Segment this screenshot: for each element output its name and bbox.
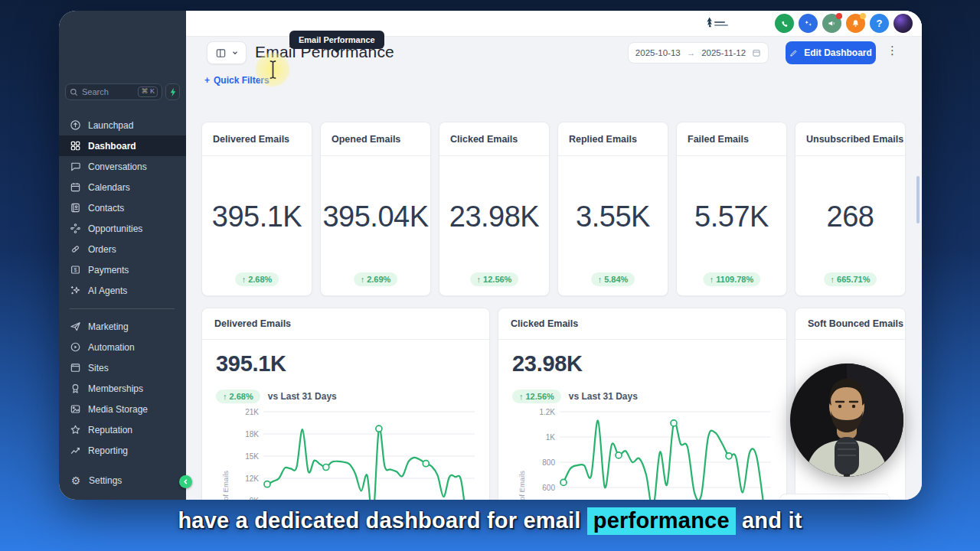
bell-icon xyxy=(851,18,861,28)
phone-button[interactable] xyxy=(775,14,794,33)
question-mark-icon: ? xyxy=(877,18,883,29)
svg-text:12K: 12K xyxy=(245,474,259,483)
metric-value: 5.57K xyxy=(677,201,786,233)
webcam-overlay xyxy=(790,364,903,477)
sidebar-item-reputation[interactable]: Reputation xyxy=(59,419,186,440)
metric-value: 3.55K xyxy=(558,201,668,233)
pencil-icon xyxy=(789,48,799,57)
sidebar-item-settings[interactable]: ⚙ Settings xyxy=(59,470,186,491)
sidebar-collapse-button[interactable] xyxy=(179,475,192,488)
metric-card-delivered: Delivered Emails 395.1K ↑2.68% xyxy=(201,122,312,296)
presenter-video xyxy=(790,364,903,477)
svg-text:21K: 21K xyxy=(245,408,259,416)
orders-pill-icon xyxy=(70,243,81,255)
delta-badge: ↑665.71% xyxy=(824,272,877,286)
sidebar-item-ai-agents[interactable]: AI Agents xyxy=(59,280,186,301)
avatar[interactable] xyxy=(893,14,913,33)
line-chart-delivered: 21K18K15K12K9KCount of Emails xyxy=(205,406,482,500)
sidebar-item-contacts[interactable]: Contacts xyxy=(59,197,186,218)
sidebar-item-calendars[interactable]: Calendars xyxy=(59,177,186,197)
metric-card-unsubscribed: Unsubscribed Emails 268 ↑665.71% xyxy=(795,122,906,296)
metric-card-clicked: Clicked Emails 23.98K ↑12.56% xyxy=(439,122,550,296)
star-icon xyxy=(70,424,81,435)
sidebar-nav: Launchpad Dashboard Conversations Calend… xyxy=(59,115,186,461)
video-caption: have a dedicated dashboard for email per… xyxy=(0,508,980,533)
sidebar-item-reporting[interactable]: Reporting xyxy=(59,440,186,461)
sidebar-item-marketing[interactable]: Marketing xyxy=(59,316,186,337)
ai-agents-icon xyxy=(70,285,81,296)
chart-value: 23.98K xyxy=(512,351,583,377)
svg-text:$: $ xyxy=(74,267,77,272)
trend-icon xyxy=(70,445,81,456)
notification-dot-amber xyxy=(860,13,866,19)
svg-text:9K: 9K xyxy=(250,497,260,500)
sidebar-item-orders[interactable]: Orders xyxy=(59,239,186,259)
metric-value: 268 xyxy=(795,201,905,233)
automation-icon xyxy=(70,341,81,353)
search-shortcut: ⌘ K xyxy=(138,86,158,97)
quick-actions-button[interactable] xyxy=(165,83,180,100)
sidebar-item-opportunities[interactable]: Opportunities xyxy=(59,218,186,239)
chat-bubble-icon xyxy=(70,161,81,172)
svg-text:18K: 18K xyxy=(245,430,259,439)
compare-label: vs Last 31 Days xyxy=(268,391,337,402)
calendar-icon xyxy=(70,181,81,193)
sidebar-item-automation[interactable]: Automation xyxy=(59,337,186,357)
dashboard-layout-button[interactable] xyxy=(207,41,247,64)
date-end: 2025-11-12 xyxy=(701,48,746,57)
notification-dot-red xyxy=(836,13,842,19)
sidebar-item-dashboard[interactable]: Dashboard xyxy=(59,135,186,156)
svg-text:Count of Emails: Count of Emails xyxy=(221,471,230,500)
chevron-left-icon xyxy=(183,479,188,484)
paper-plane-icon xyxy=(70,321,81,332)
metric-cards-row: Delivered Emails 395.1K ↑2.68% Opened Em… xyxy=(201,122,906,296)
arrow-right-icon: → xyxy=(687,48,696,57)
sidebar-item-conversations[interactable]: Conversations xyxy=(59,156,186,177)
delta-badge: ↑5.84% xyxy=(591,272,635,286)
launchpad-icon xyxy=(70,119,81,131)
metric-value: 395.04K xyxy=(321,201,430,233)
browser-icon xyxy=(70,362,81,373)
metric-card-failed: Failed Emails 5.57K ↑1109.78% xyxy=(676,122,787,296)
phone-icon xyxy=(780,19,789,28)
calendar-icon xyxy=(752,48,761,57)
date-range-picker[interactable]: 2025-10-13 → 2025-11-12 xyxy=(628,42,769,64)
delta-badge: ↑12.56% xyxy=(512,390,561,403)
announcements-button[interactable] xyxy=(822,14,841,33)
dashboard-icon xyxy=(70,140,81,152)
search-input[interactable]: Search ⌘ K xyxy=(65,83,162,100)
more-options-button[interactable]: ⋮ xyxy=(887,44,897,57)
delta-badge: ↑2.69% xyxy=(354,272,398,286)
image-icon xyxy=(70,403,81,415)
medal-icon xyxy=(70,383,81,394)
chart-value: 395.1K xyxy=(216,351,286,377)
sidebar-item-memberships[interactable]: Memberships xyxy=(59,378,186,399)
launch-button[interactable] xyxy=(799,14,818,33)
contacts-book-icon xyxy=(70,202,81,214)
payments-icon: $ xyxy=(70,264,81,276)
compare-label: vs Last 31 Days xyxy=(569,391,638,402)
svg-text:15K: 15K xyxy=(245,452,259,461)
sidebar-item-sites[interactable]: Sites xyxy=(59,357,186,378)
edit-dashboard-button[interactable]: Edit Dashboard xyxy=(786,41,876,64)
sidebar-item-payments[interactable]: $ Payments xyxy=(59,259,186,280)
chart-card-clicked: Clicked Emails 23.98K ↑12.56% vs Last 31… xyxy=(498,308,787,500)
delta-badge: ↑1109.78% xyxy=(703,272,760,286)
ibeam-cursor-icon xyxy=(268,60,278,80)
chart-card-delivered: Delivered Emails 395.1K ↑2.68% vs Last 3… xyxy=(201,308,490,500)
date-start: 2025-10-13 xyxy=(635,48,681,57)
svg-text:Count of Emails: Count of Emails xyxy=(518,471,526,500)
text-cursor xyxy=(255,52,290,87)
metric-value: 395.1K xyxy=(202,201,312,233)
partial-card xyxy=(779,494,890,500)
help-button[interactable]: ? xyxy=(870,14,889,33)
sidebar-divider xyxy=(70,308,175,309)
sidebar: Search ⌘ K Launchpad Dashboard Conversat… xyxy=(59,11,186,500)
sidebar-item-media-storage[interactable]: Media Storage xyxy=(59,399,186,419)
sidebar-item-launchpad[interactable]: Launchpad xyxy=(59,115,186,135)
notifications-button[interactable] xyxy=(846,14,865,33)
metric-value: 23.98K xyxy=(439,201,549,233)
megaphone-icon xyxy=(827,18,837,28)
scrollbar[interactable] xyxy=(916,176,920,223)
svg-text:800: 800 xyxy=(542,458,555,467)
